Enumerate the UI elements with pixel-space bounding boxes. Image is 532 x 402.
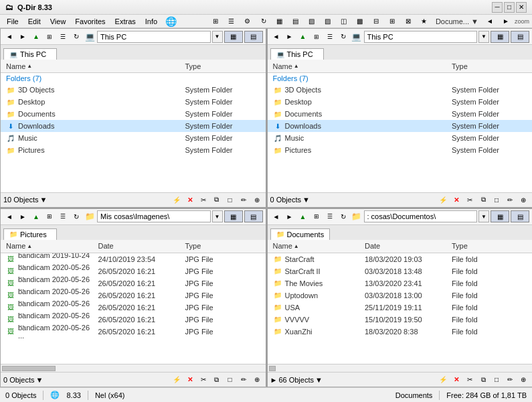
- bl-del-btn[interactable]: ✕: [184, 375, 196, 385]
- tl-grid-btn[interactable]: ⊞: [43, 31, 56, 43]
- table-row[interactable]: 📁3D Objects System Folder: [268, 84, 533, 96]
- tr-paste-btn[interactable]: □: [491, 194, 503, 205]
- tr-view-btn2[interactable]: ▤: [511, 31, 529, 43]
- table-row[interactable]: 📁Documents System Folder: [268, 108, 533, 120]
- bl-col-date[interactable]: Date: [96, 242, 183, 250]
- bottom-left-file-list[interactable]: Name ▲ Date Type 🖼bandicam 2019-10-24 ..…: [1, 240, 266, 364]
- bl-paste-btn[interactable]: □: [224, 375, 236, 385]
- bl-extra-btn[interactable]: ⊕: [251, 375, 263, 385]
- bl-view-btn1[interactable]: ▦: [224, 210, 243, 222]
- br-col-type[interactable]: Type: [449, 242, 529, 250]
- bl-lightning-btn[interactable]: ⚡: [171, 375, 183, 385]
- tr-tab-thispc[interactable]: 💻 This PC: [270, 48, 324, 60]
- br-back-btn[interactable]: ◄: [270, 210, 282, 222]
- tl-back-btn[interactable]: ◄: [3, 31, 15, 43]
- bl-grid-btn[interactable]: ⊞: [43, 210, 56, 222]
- br-grid-btn[interactable]: ⊞: [311, 210, 323, 222]
- tr-forward-btn[interactable]: ►: [284, 31, 296, 43]
- tr-copy-btn[interactable]: ⧉: [477, 194, 489, 205]
- bl-hscrollbar[interactable]: [1, 364, 266, 372]
- tr-edit-btn[interactable]: ✏: [504, 194, 516, 205]
- tr-refresh-btn[interactable]: ↻: [337, 31, 349, 43]
- toolbar-view9-btn[interactable]: ⊠: [401, 15, 416, 28]
- toolbar-view1-btn[interactable]: ▦: [272, 15, 287, 28]
- br-paste-btn[interactable]: □: [491, 375, 503, 385]
- top-right-file-list[interactable]: Name ▲ Type Folders (7) 📁3D Objects Syst…: [268, 60, 533, 192]
- tr-cut-btn[interactable]: ✂: [464, 194, 476, 205]
- tr-back-btn[interactable]: ◄: [270, 31, 282, 43]
- toolbar-view6-btn[interactable]: ▩: [353, 15, 367, 28]
- toolbar-view4-btn[interactable]: ▨: [321, 15, 335, 28]
- toolbar-next-btn[interactable]: ►: [499, 15, 513, 28]
- table-row[interactable]: 📁Documents System Folder: [1, 108, 266, 120]
- table-row[interactable]: 📁StarCraft II 03/03/2018 13:48 File fold: [268, 265, 533, 277]
- tr-address-input[interactable]: [364, 31, 478, 43]
- tr-grid-btn[interactable]: ⊞: [311, 31, 323, 43]
- menu-info[interactable]: Info: [141, 16, 161, 27]
- table-row[interactable]: 📁Desktop System Folder: [1, 96, 266, 108]
- tr-list-btn[interactable]: ☰: [324, 31, 336, 43]
- br-copy-btn[interactable]: ⧉: [477, 375, 489, 385]
- tr-lightning-btn[interactable]: ⚡: [437, 194, 449, 205]
- table-row[interactable]: 📁XuanZhi 18/03/2020 8:38 File fold: [268, 326, 533, 338]
- table-row[interactable]: 📁Uptodown 03/03/2018 13:00 File fold: [268, 289, 533, 302]
- br-address-input[interactable]: [364, 210, 478, 222]
- table-row[interactable]: 🎵Music System Folder: [1, 132, 266, 144]
- bl-col-name[interactable]: Name ▲: [3, 242, 96, 250]
- tl-list-btn[interactable]: ☰: [57, 31, 69, 43]
- bl-list-btn[interactable]: ☰: [57, 210, 69, 222]
- bl-addr-dropdown[interactable]: ▼: [212, 210, 223, 222]
- top-left-file-list[interactable]: Name ▲ Type Folders (7) 📁3D Objects Syst…: [1, 60, 266, 192]
- menu-favorites[interactable]: Favorites: [71, 16, 109, 27]
- table-row[interactable]: 📁Pictures System Folder: [1, 144, 266, 156]
- toolbar-view5-btn[interactable]: ◫: [337, 15, 351, 28]
- minimize-button[interactable]: ─: [492, 2, 503, 13]
- br-extra-btn[interactable]: ⊕: [517, 375, 529, 385]
- br-tab-documents[interactable]: 📁 Documents: [270, 228, 331, 240]
- br-up-btn[interactable]: ▲: [297, 210, 309, 222]
- br-edit-btn[interactable]: ✏: [504, 375, 516, 385]
- table-row[interactable]: ⬇Downloads System Folder: [268, 120, 533, 132]
- tr-col-name[interactable]: Name ▲: [270, 62, 450, 70]
- tl-refresh-btn[interactable]: ↻: [70, 31, 82, 43]
- table-row[interactable]: 📁Desktop System Folder: [268, 96, 533, 108]
- table-row[interactable]: 📁The Movies 13/03/2020 23:41 File fold: [268, 277, 533, 289]
- tl-paste-btn[interactable]: □: [224, 194, 236, 205]
- tl-tab-thispc[interactable]: 💻 This PC: [3, 48, 57, 60]
- br-view-btn2[interactable]: ▤: [511, 210, 529, 222]
- toolbar-view3-btn[interactable]: ▧: [304, 15, 319, 28]
- bl-tab-pictures[interactable]: 📁 Pictures: [3, 228, 57, 240]
- tr-view-btn1[interactable]: ▦: [491, 31, 509, 43]
- toolbar-prev-btn[interactable]: ◄: [482, 15, 497, 28]
- tl-address-input[interactable]: [97, 31, 211, 43]
- bl-refresh-btn[interactable]: ↻: [70, 210, 82, 222]
- menu-file[interactable]: File: [3, 16, 23, 27]
- br-forward-btn[interactable]: ►: [284, 210, 296, 222]
- br-refresh-btn[interactable]: ↻: [337, 210, 349, 222]
- br-list-btn[interactable]: ☰: [324, 210, 336, 222]
- tl-edit-btn[interactable]: ✏: [238, 194, 250, 205]
- toolbar-view7-btn[interactable]: ⊟: [369, 15, 383, 28]
- tl-extra-btn[interactable]: ⊕: [251, 194, 263, 205]
- tl-addr-dropdown[interactable]: ▼: [212, 31, 223, 43]
- br-addr-dropdown[interactable]: ▼: [478, 210, 489, 222]
- br-cut-btn[interactable]: ✂: [464, 375, 476, 385]
- tr-addr-dropdown[interactable]: ▼: [478, 31, 489, 43]
- table-row[interactable]: 📁Pictures System Folder: [268, 144, 533, 156]
- tl-view-btn1[interactable]: ▦: [224, 31, 243, 43]
- toolbar-settings-btn[interactable]: ⚙: [240, 15, 255, 28]
- toolbar-grid-btn[interactable]: ⊞: [208, 15, 223, 28]
- close-button[interactable]: ✕: [516, 2, 527, 13]
- bl-copy-btn[interactable]: ⧉: [211, 375, 223, 385]
- bl-up-btn[interactable]: ▲: [30, 210, 42, 222]
- br-lightning-btn[interactable]: ⚡: [437, 375, 449, 385]
- tl-copy-btn[interactable]: ⧉: [211, 194, 223, 205]
- bl-forward-btn[interactable]: ►: [17, 210, 29, 222]
- br-del-btn[interactable]: ✕: [450, 375, 462, 385]
- tl-lightning-btn[interactable]: ⚡: [171, 194, 183, 205]
- br-view-btn1[interactable]: ▦: [491, 210, 509, 222]
- tl-forward-btn[interactable]: ►: [17, 31, 29, 43]
- tl-up-btn[interactable]: ▲: [30, 31, 42, 43]
- table-row[interactable]: 🖼bandicam 2020-05-26 ... 26/05/2020 16:2…: [1, 326, 266, 338]
- table-row[interactable]: 📁USA 25/11/2019 19:11 File fold: [268, 302, 533, 314]
